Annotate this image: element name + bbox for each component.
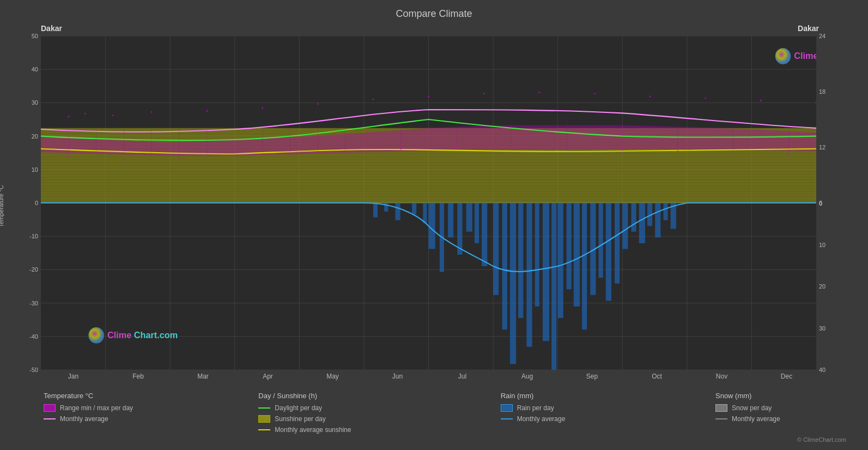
svg-rect-57 xyxy=(396,203,400,220)
svg-point-113 xyxy=(151,111,153,113)
svg-rect-38 xyxy=(543,203,549,341)
y-label-right-30: 30 xyxy=(819,325,825,332)
x-month-feb: Feb xyxy=(106,370,171,386)
svg-point-64 xyxy=(88,327,104,344)
y-label-n30: -30 xyxy=(29,300,38,307)
svg-rect-37 xyxy=(535,203,539,307)
y-label-right-10: 10 xyxy=(819,242,825,248)
legend-swatch-sunshine xyxy=(258,415,270,423)
x-month-nov: Nov xyxy=(689,370,754,386)
svg-text:Clime: Clime xyxy=(107,330,131,340)
chart-svg: Clime Chart.com Clime Chart.com xyxy=(41,36,816,370)
svg-point-115 xyxy=(262,107,263,109)
svg-point-139 xyxy=(788,154,790,156)
legend-section: Temperature °C Range min / max per day M… xyxy=(11,386,857,436)
copyright: © ClimeChart.com xyxy=(11,436,857,445)
svg-point-111 xyxy=(84,113,86,115)
svg-rect-43 xyxy=(582,203,587,329)
y-label-50: 50 xyxy=(32,33,38,39)
legend-label-daylight: Daylight per day xyxy=(275,404,322,412)
svg-rect-27 xyxy=(448,203,453,237)
legend-item-sunshine-avg: Monthly average sunshine xyxy=(258,426,394,434)
legend-swatch-rain xyxy=(501,404,513,412)
svg-rect-33 xyxy=(502,203,507,329)
svg-rect-55 xyxy=(373,203,378,217)
x-month-mar: Mar xyxy=(171,370,235,386)
legend-item-daylight: Daylight per day xyxy=(258,404,394,412)
y-label-n10: -10 xyxy=(29,233,38,239)
legend-item-sunshine-per-day: Sunshine per day xyxy=(258,415,394,423)
y-axis-left: Temperature °C 50 40 30 20 10 0 -10 -20 … xyxy=(11,36,41,370)
svg-text:Clime: Clime xyxy=(794,51,816,61)
svg-point-129 xyxy=(234,155,235,157)
svg-point-121 xyxy=(594,93,596,94)
legend-title-snow: Snow (mm) xyxy=(715,392,824,400)
x-month-oct: Oct xyxy=(624,370,689,386)
y-label-0: 0 xyxy=(35,200,38,206)
chart-title: Compare Climate xyxy=(11,5,857,24)
svg-point-119 xyxy=(483,93,485,94)
svg-rect-41 xyxy=(567,203,572,289)
legend-swatch-temp-range xyxy=(44,404,56,412)
svg-rect-52 xyxy=(655,203,660,237)
svg-point-122 xyxy=(650,95,651,97)
legend-label-sunshine-per-day: Sunshine per day xyxy=(275,415,325,423)
svg-point-120 xyxy=(538,92,540,93)
svg-point-124 xyxy=(760,100,762,101)
legend-item-rain-per-day: Rain per day xyxy=(501,404,610,412)
svg-point-112 xyxy=(112,115,114,116)
legend-title-sunshine: Day / Sunshine (h) xyxy=(258,392,394,400)
legend-line-daylight xyxy=(258,407,270,409)
legend-item-rain-avg: Monthly average xyxy=(501,415,610,423)
x-month-aug: Aug xyxy=(495,370,560,386)
y-label-20: 20 xyxy=(32,133,38,140)
svg-point-61 xyxy=(775,48,791,64)
legend-label-snow-avg: Monthly average xyxy=(732,415,780,423)
legend-group-rain: Rain (mm) Rain per day Monthly average xyxy=(501,392,610,434)
svg-rect-31 xyxy=(482,203,487,266)
legend-label-temp-range: Range min / max per day xyxy=(60,404,133,412)
y-label-right-0: 0 xyxy=(819,200,822,207)
svg-rect-49 xyxy=(632,203,636,232)
legend-line-temp-avg xyxy=(44,418,56,419)
svg-rect-58 xyxy=(412,203,416,214)
y-label-40: 40 xyxy=(32,66,38,73)
chart-plot: Clime Chart.com Clime Chart.com xyxy=(41,36,816,370)
chart-area: Dakar Dakar Temperature °C 50 40 30 20 1… xyxy=(11,24,857,386)
svg-rect-34 xyxy=(510,203,516,364)
legend-group-temperature: Temperature °C Range min / max per day M… xyxy=(44,392,153,434)
svg-point-126 xyxy=(68,156,69,158)
legend-label-sunshine-avg: Monthly average sunshine xyxy=(275,426,351,434)
y-label-right-20: 20 xyxy=(819,283,825,290)
svg-point-132 xyxy=(400,148,402,149)
svg-point-114 xyxy=(206,110,208,112)
y-label-right-24: 24 xyxy=(819,33,825,39)
y-label-right-18: 18 xyxy=(819,88,825,95)
svg-text:Chart.com: Chart.com xyxy=(134,330,178,340)
legend-group-sunshine: Day / Sunshine (h) Daylight per day Suns… xyxy=(258,392,394,434)
legend-title-temperature: Temperature °C xyxy=(44,392,153,400)
y-label-10: 10 xyxy=(32,166,38,173)
x-month-jul: Jul xyxy=(430,370,495,386)
svg-point-138 xyxy=(732,153,734,154)
svg-rect-30 xyxy=(475,203,479,243)
svg-rect-48 xyxy=(622,203,628,249)
svg-rect-39 xyxy=(551,203,556,370)
legend-line-rain-avg xyxy=(501,418,513,419)
svg-rect-59 xyxy=(423,203,427,223)
svg-point-117 xyxy=(372,98,374,100)
svg-point-116 xyxy=(317,103,319,105)
legend-swatch-snow xyxy=(715,404,727,412)
svg-rect-35 xyxy=(518,203,523,318)
legend-item-snow-avg: Monthly average xyxy=(715,415,824,423)
svg-rect-25 xyxy=(429,203,435,249)
y-label-30: 30 xyxy=(32,99,38,106)
y-label-n20: -20 xyxy=(29,266,38,273)
x-month-sep: Sep xyxy=(560,370,624,386)
x-month-dec: Dec xyxy=(754,370,819,386)
svg-rect-42 xyxy=(574,203,580,307)
legend-item-temp-range: Range min / max per day xyxy=(44,404,153,412)
legend-title-rain: Rain (mm) xyxy=(501,392,610,400)
y-axis-left-title: Temperature °C xyxy=(0,185,4,227)
chart-inner: Temperature °C 50 40 30 20 10 0 -10 -20 … xyxy=(11,36,857,370)
